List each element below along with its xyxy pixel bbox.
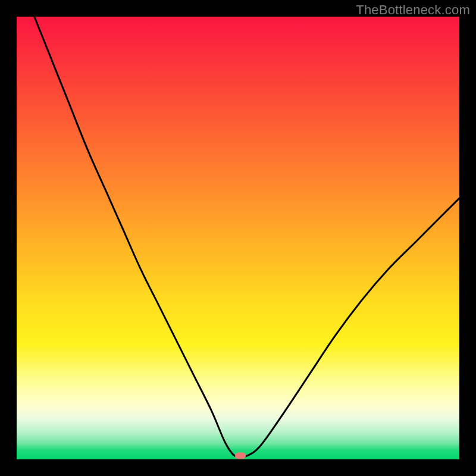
- bottleneck-curve: [35, 17, 459, 456]
- curve-svg: [17, 17, 459, 459]
- watermark-text: TheBottleneck.com: [356, 2, 470, 18]
- chart-frame: TheBottleneck.com: [0, 0, 476, 476]
- optimum-marker: [235, 453, 246, 459]
- plot-area: [17, 17, 459, 459]
